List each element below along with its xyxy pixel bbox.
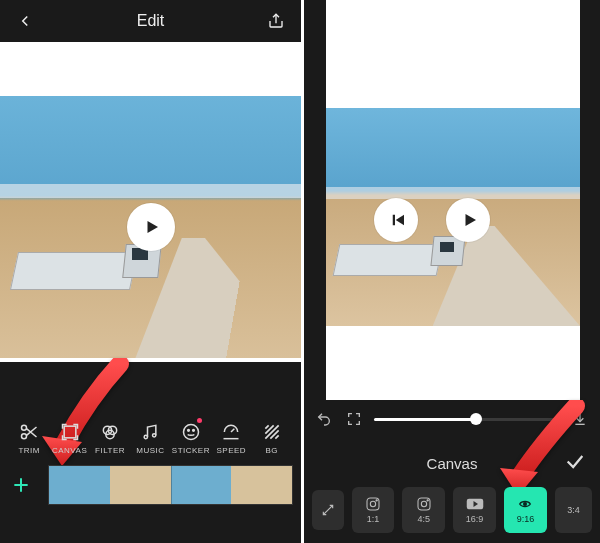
canvas-letterbox-top — [0, 42, 301, 96]
screen-left-edit: Edit TRIM — [0, 0, 301, 543]
edit-toolbar: TRIM CANVAS FILTER MUSIC STICKER SPE — [0, 414, 301, 459]
timeline-thumbnails[interactable] — [48, 465, 293, 505]
progress-slider[interactable] — [374, 418, 560, 421]
canvas-title: Canvas — [427, 455, 478, 472]
canvas-icon — [58, 420, 82, 444]
play-button[interactable] — [446, 198, 490, 242]
svg-point-2 — [22, 425, 27, 430]
canvas-preview-9-16 — [326, 0, 580, 400]
canvas-section-header: Canvas — [304, 444, 600, 482]
sticker-icon — [179, 420, 203, 444]
timeline-row — [0, 459, 301, 511]
svg-point-12 — [193, 430, 195, 432]
svg-point-19 — [376, 499, 377, 500]
app-icon — [516, 497, 534, 511]
instagram-icon — [415, 497, 433, 511]
back-button[interactable] — [14, 10, 36, 32]
svg-point-18 — [370, 501, 375, 506]
speed-icon — [219, 420, 243, 444]
filter-icon — [98, 420, 122, 444]
page-title: Edit — [137, 12, 165, 30]
ratio-3-4[interactable]: 3:4 — [555, 487, 592, 533]
svg-point-11 — [188, 430, 190, 432]
previous-button[interactable] — [374, 198, 418, 242]
tool-speed[interactable]: SPEED — [212, 420, 250, 455]
ratio-1-1[interactable]: 1:1 — [352, 487, 395, 533]
instagram-icon — [364, 497, 382, 511]
undo-button[interactable] — [314, 409, 334, 429]
svg-point-8 — [145, 435, 148, 438]
scissors-icon — [17, 420, 41, 444]
ratio-9-16[interactable]: 9:16 — [504, 487, 547, 533]
confirm-button[interactable] — [564, 451, 586, 476]
download-button[interactable] — [570, 409, 590, 429]
svg-point-21 — [421, 501, 426, 506]
tool-canvas[interactable]: CANVAS — [50, 420, 88, 455]
tool-sticker[interactable]: STICKER — [172, 420, 210, 455]
aspect-ratio-picker: 1:1 4:5 16:9 9:16 3:4 — [304, 481, 600, 539]
svg-point-3 — [22, 434, 27, 439]
top-bar: Edit — [0, 0, 301, 42]
progress-bar-row — [314, 406, 590, 432]
ratio-16-9[interactable]: 16:9 — [453, 487, 496, 533]
tool-trim[interactable]: TRIM — [10, 420, 48, 455]
video-preview[interactable] — [0, 96, 301, 358]
fullscreen-button[interactable] — [344, 409, 364, 429]
tool-music[interactable]: MUSIC — [131, 420, 169, 455]
music-icon — [138, 420, 162, 444]
play-button[interactable] — [127, 203, 175, 251]
tool-bg[interactable]: BG — [253, 420, 291, 455]
youtube-icon — [466, 497, 484, 511]
svg-marker-15 — [465, 214, 476, 226]
screen-right-canvas: Canvas 1:1 4:5 16:9 — [304, 0, 600, 543]
svg-point-22 — [427, 499, 428, 500]
ratio-free[interactable] — [312, 490, 344, 530]
svg-rect-13 — [392, 215, 394, 226]
svg-point-25 — [524, 502, 527, 505]
ratio-4-5[interactable]: 4:5 — [402, 487, 445, 533]
share-button[interactable] — [265, 10, 287, 32]
svg-marker-0 — [148, 221, 159, 233]
svg-marker-14 — [395, 215, 403, 226]
add-clip-button[interactable] — [8, 472, 34, 498]
svg-point-9 — [153, 434, 156, 437]
tool-filter[interactable]: FILTER — [91, 420, 129, 455]
expand-icon — [319, 503, 337, 517]
bg-icon — [260, 420, 284, 444]
svg-point-10 — [183, 425, 198, 440]
svg-rect-4 — [64, 426, 76, 438]
